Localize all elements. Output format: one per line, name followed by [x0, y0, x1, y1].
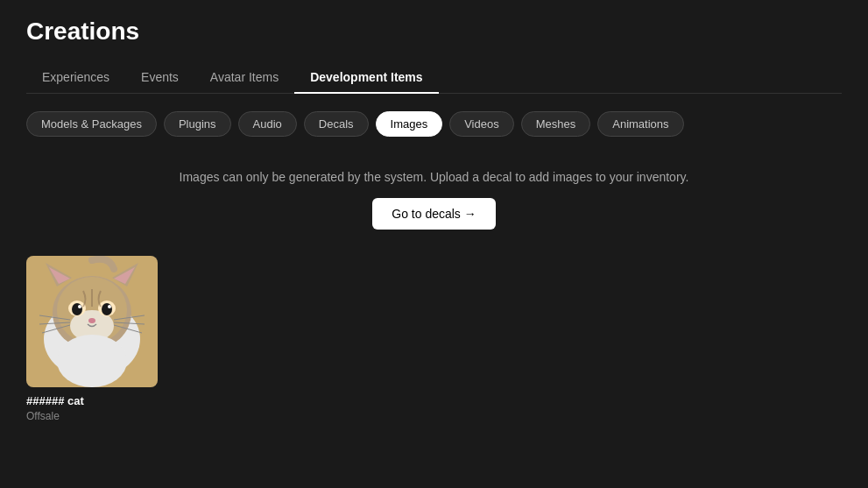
filter-pill-meshes[interactable]: Meshes	[521, 111, 591, 137]
info-text: Images can only be generated by the syst…	[26, 170, 842, 184]
main-tab-avatar-items[interactable]: Avatar Items	[194, 61, 294, 93]
main-tabs: ExperiencesEventsAvatar ItemsDevelopment…	[26, 61, 842, 94]
filter-pill-models[interactable]: Models & Packages	[26, 111, 157, 137]
go-to-decals-button[interactable]: Go to decals →	[372, 198, 496, 230]
svg-point-11	[72, 303, 82, 315]
filter-pills: Models & PackagesPluginsAudioDecalsImage…	[26, 111, 842, 137]
main-tab-development-items[interactable]: Development Items	[294, 61, 438, 93]
filter-pill-plugins[interactable]: Plugins	[164, 111, 231, 137]
cat-thumbnail-image	[26, 256, 158, 387]
info-section: Images can only be generated by the syst…	[26, 161, 842, 238]
svg-point-22	[57, 335, 127, 387]
svg-point-12	[102, 303, 112, 315]
page-container: Creations ExperiencesEventsAvatar ItemsD…	[0, 0, 868, 440]
main-tab-events[interactable]: Events	[125, 61, 194, 93]
item-thumbnail	[26, 256, 158, 387]
filter-pill-decals[interactable]: Decals	[304, 111, 369, 137]
filter-pill-videos[interactable]: Videos	[449, 111, 514, 137]
svg-point-15	[88, 318, 95, 323]
item-name: ###### cat	[26, 394, 158, 407]
item-card-cat-item[interactable]: ###### cat Offsale	[26, 256, 158, 422]
items-grid: ###### cat Offsale	[26, 256, 842, 422]
main-tab-experiences[interactable]: Experiences	[26, 61, 125, 93]
svg-point-13	[78, 305, 81, 308]
svg-point-14	[108, 305, 111, 308]
filter-pill-images[interactable]: Images	[376, 111, 443, 137]
filter-pill-audio[interactable]: Audio	[238, 111, 297, 137]
filter-pill-animations[interactable]: Animations	[597, 111, 683, 137]
page-title: Creations	[26, 18, 842, 46]
item-status: Offsale	[26, 410, 158, 422]
